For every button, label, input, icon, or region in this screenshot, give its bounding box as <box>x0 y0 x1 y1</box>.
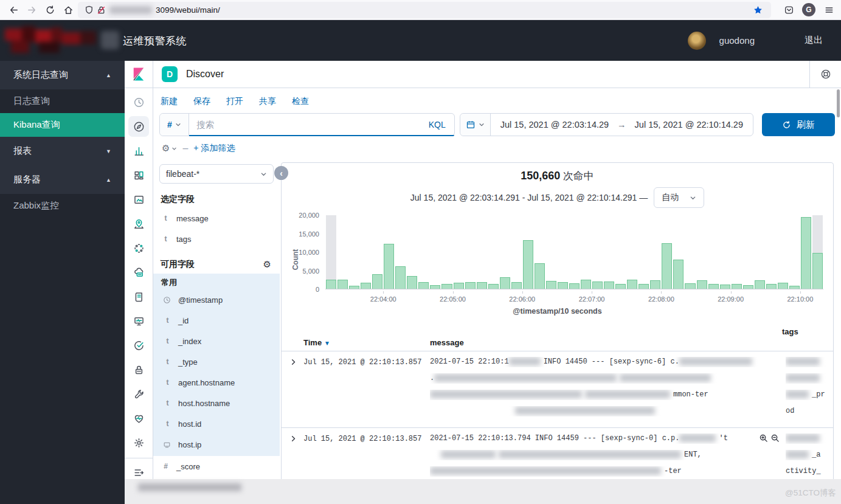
field-item-host.ip[interactable]: host.ip <box>161 434 274 455</box>
url-bar[interactable]: 3099/webui/main/ <box>78 2 771 18</box>
histogram-bar[interactable] <box>731 215 742 289</box>
metrics-cloud-icon[interactable] <box>128 262 149 283</box>
apm-monitor-icon[interactable] <box>128 311 149 331</box>
field-item-_id[interactable]: t_id <box>161 310 274 331</box>
histogram-bar[interactable] <box>638 215 649 289</box>
date-to[interactable]: Jul 15, 2021 @ 22:10:14.29 <box>635 120 743 129</box>
histogram-bar[interactable] <box>615 215 626 289</box>
histogram-bar[interactable] <box>649 215 661 289</box>
histogram-bar[interactable] <box>789 215 800 289</box>
calendar-button[interactable] <box>460 114 491 136</box>
filter-for-value-icon[interactable] <box>759 433 768 443</box>
field-item-tags[interactable]: ttags <box>159 229 274 249</box>
histogram-bar[interactable] <box>777 215 789 289</box>
column-header-time[interactable]: Time▼ <box>303 323 430 351</box>
sidebar-item-系统日志查询[interactable]: 系统日志查询▲ <box>0 61 125 89</box>
histogram-bar[interactable] <box>406 215 418 289</box>
histogram-bar[interactable] <box>465 215 476 289</box>
collapse-sidebar-button[interactable]: ‹ <box>274 166 288 180</box>
canvas-icon[interactable] <box>128 189 149 210</box>
home-icon[interactable] <box>60 2 77 18</box>
field-item-message[interactable]: tmessage <box>159 208 274 229</box>
histogram-bar[interactable] <box>696 215 708 289</box>
histogram-bar[interactable] <box>360 215 372 289</box>
histogram-bar[interactable] <box>476 215 488 289</box>
share-button[interactable]: 共享 <box>259 96 276 107</box>
histogram-bar[interactable] <box>522 215 534 289</box>
histogram-bar[interactable] <box>580 215 592 289</box>
field-item-_score[interactable]: #_score <box>159 456 274 477</box>
forward-icon[interactable] <box>23 2 40 18</box>
scrollbar-thumb[interactable] <box>837 89 840 117</box>
browser-account-avatar[interactable]: G <box>802 3 815 16</box>
histogram-bar[interactable] <box>708 215 719 289</box>
histogram-bar[interactable] <box>429 215 441 289</box>
histogram-bar[interactable] <box>545 215 557 289</box>
kql-toggle[interactable]: KQL <box>420 120 454 129</box>
expand-row-button[interactable] <box>282 357 303 423</box>
maps-pin-icon[interactable] <box>128 213 149 234</box>
histogram-bar[interactable] <box>812 215 823 289</box>
query-language-filter-button[interactable]: # <box>160 114 189 136</box>
management-gear-icon[interactable] <box>128 432 149 453</box>
histogram-bar[interactable] <box>383 215 395 289</box>
histogram-bar[interactable] <box>754 215 766 289</box>
histogram-bar[interactable] <box>511 215 522 289</box>
url-text[interactable]: 3099/webui/main/ <box>156 5 220 15</box>
histogram-bar[interactable] <box>395 215 406 289</box>
bookmark-star-icon[interactable] <box>749 2 766 18</box>
histogram-bar[interactable] <box>766 215 777 289</box>
clock-icon[interactable] <box>128 92 149 112</box>
siem-lock-icon[interactable] <box>128 359 149 380</box>
kibana-logo[interactable] <box>125 61 153 88</box>
histogram-bar[interactable] <box>453 215 465 289</box>
discover-compass-icon[interactable] <box>128 116 149 137</box>
discover-space-badge[interactable]: D <box>162 66 178 82</box>
histogram-bar[interactable] <box>325 215 337 289</box>
logs-scroll-icon[interactable] <box>128 286 149 307</box>
devtools-wrench-icon[interactable] <box>128 384 149 404</box>
sidebar-item-报表[interactable]: 报表▼ <box>0 137 125 165</box>
histogram-bar[interactable] <box>800 215 812 289</box>
histogram-bar[interactable] <box>661 215 673 289</box>
histogram-bar[interactable] <box>626 215 638 289</box>
open-button[interactable]: 打开 <box>226 96 243 107</box>
histogram-bar[interactable] <box>441 215 452 289</box>
interval-select[interactable]: 自动 <box>654 187 704 208</box>
user-avatar[interactable] <box>688 32 706 50</box>
pocket-icon[interactable] <box>780 2 797 18</box>
refresh-button[interactable]: 刷新 <box>762 113 835 136</box>
dashboard-icon[interactable] <box>128 165 149 185</box>
histogram-bar[interactable] <box>499 215 511 289</box>
back-icon[interactable] <box>5 2 22 18</box>
visualize-bar-chart-icon[interactable] <box>128 140 149 161</box>
field-item-host.id[interactable]: thost.id <box>161 413 274 434</box>
histogram-bar[interactable] <box>418 215 429 289</box>
insecure-lock-icon[interactable] <box>95 2 107 18</box>
histogram-bar[interactable] <box>742 215 754 289</box>
histogram-bar[interactable] <box>557 215 569 289</box>
histogram-bar[interactable] <box>569 215 580 289</box>
field-item-@timestamp[interactable]: @timestamp <box>161 289 274 310</box>
help-icon[interactable] <box>809 61 841 88</box>
field-item-_index[interactable]: t_index <box>161 331 274 351</box>
sidebar-item-Zabbix监控[interactable]: Zabbix监控 <box>0 194 125 218</box>
date-from[interactable]: Jul 15, 2021 @ 22:03:14.29 <box>500 120 609 129</box>
histogram-bar[interactable] <box>372 215 383 289</box>
inspect-button[interactable]: 检查 <box>292 96 309 107</box>
add-filter-link[interactable]: + 添加筛选 <box>193 143 235 154</box>
filter-out-value-icon[interactable] <box>770 433 780 443</box>
tracking-shield-icon[interactable] <box>83 2 95 18</box>
field-item-_type[interactable]: t_type <box>161 351 274 372</box>
histogram-bar[interactable] <box>488 215 499 289</box>
field-item-host.hostname[interactable]: thost.hostname <box>161 393 274 413</box>
index-pattern-select[interactable]: filebeat-* <box>159 164 274 184</box>
sidebar-item-Kibana查询[interactable]: Kibana查询 <box>0 113 125 137</box>
machine-learning-icon[interactable] <box>128 238 149 258</box>
histogram-bar[interactable] <box>534 215 545 289</box>
column-header-message[interactable]: message <box>430 323 782 351</box>
histogram-bar[interactable] <box>337 215 348 289</box>
sidebar-item-日志查询[interactable]: 日志查询 <box>0 89 125 113</box>
histogram-bar[interactable] <box>684 215 696 289</box>
sort-desc-icon[interactable]: ▼ <box>324 340 330 347</box>
